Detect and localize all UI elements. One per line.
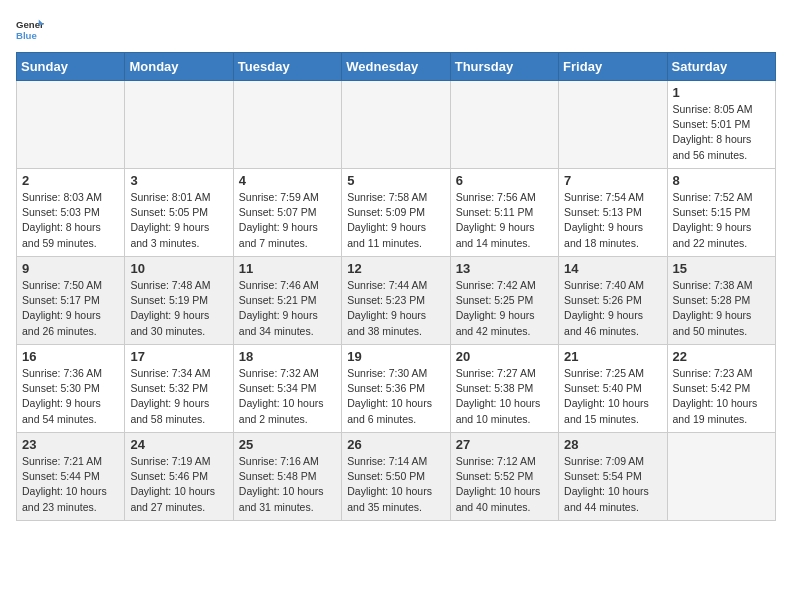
day-info: Sunrise: 7:50 AM Sunset: 5:17 PM Dayligh… [22, 278, 119, 339]
day-info: Sunrise: 7:40 AM Sunset: 5:26 PM Dayligh… [564, 278, 661, 339]
day-number: 24 [130, 437, 227, 452]
day-number: 12 [347, 261, 444, 276]
calendar-cell [17, 81, 125, 169]
svg-text:Blue: Blue [16, 30, 37, 41]
day-number: 27 [456, 437, 553, 452]
calendar-cell [125, 81, 233, 169]
day-number: 8 [673, 173, 770, 188]
day-number: 3 [130, 173, 227, 188]
day-info: Sunrise: 7:56 AM Sunset: 5:11 PM Dayligh… [456, 190, 553, 251]
calendar-cell: 23Sunrise: 7:21 AM Sunset: 5:44 PM Dayli… [17, 433, 125, 521]
day-number: 13 [456, 261, 553, 276]
calendar-cell: 6Sunrise: 7:56 AM Sunset: 5:11 PM Daylig… [450, 169, 558, 257]
week-row-1: 1Sunrise: 8:05 AM Sunset: 5:01 PM Daylig… [17, 81, 776, 169]
day-info: Sunrise: 7:54 AM Sunset: 5:13 PM Dayligh… [564, 190, 661, 251]
calendar-table: SundayMondayTuesdayWednesdayThursdayFrid… [16, 52, 776, 521]
day-number: 14 [564, 261, 661, 276]
day-number: 25 [239, 437, 336, 452]
day-info: Sunrise: 8:03 AM Sunset: 5:03 PM Dayligh… [22, 190, 119, 251]
week-row-4: 16Sunrise: 7:36 AM Sunset: 5:30 PM Dayli… [17, 345, 776, 433]
day-info: Sunrise: 7:32 AM Sunset: 5:34 PM Dayligh… [239, 366, 336, 427]
calendar-cell: 28Sunrise: 7:09 AM Sunset: 5:54 PM Dayli… [559, 433, 667, 521]
day-info: Sunrise: 8:01 AM Sunset: 5:05 PM Dayligh… [130, 190, 227, 251]
week-row-2: 2Sunrise: 8:03 AM Sunset: 5:03 PM Daylig… [17, 169, 776, 257]
day-number: 11 [239, 261, 336, 276]
calendar-cell: 20Sunrise: 7:27 AM Sunset: 5:38 PM Dayli… [450, 345, 558, 433]
day-number: 10 [130, 261, 227, 276]
calendar-cell: 13Sunrise: 7:42 AM Sunset: 5:25 PM Dayli… [450, 257, 558, 345]
day-info: Sunrise: 7:16 AM Sunset: 5:48 PM Dayligh… [239, 454, 336, 515]
calendar-cell: 16Sunrise: 7:36 AM Sunset: 5:30 PM Dayli… [17, 345, 125, 433]
day-info: Sunrise: 7:52 AM Sunset: 5:15 PM Dayligh… [673, 190, 770, 251]
day-number: 15 [673, 261, 770, 276]
day-number: 20 [456, 349, 553, 364]
day-number: 7 [564, 173, 661, 188]
calendar-cell: 26Sunrise: 7:14 AM Sunset: 5:50 PM Dayli… [342, 433, 450, 521]
weekday-header-thursday: Thursday [450, 53, 558, 81]
day-number: 26 [347, 437, 444, 452]
day-number: 17 [130, 349, 227, 364]
calendar-cell: 3Sunrise: 8:01 AM Sunset: 5:05 PM Daylig… [125, 169, 233, 257]
calendar-cell: 2Sunrise: 8:03 AM Sunset: 5:03 PM Daylig… [17, 169, 125, 257]
calendar-cell [667, 433, 775, 521]
day-info: Sunrise: 7:48 AM Sunset: 5:19 PM Dayligh… [130, 278, 227, 339]
day-info: Sunrise: 7:38 AM Sunset: 5:28 PM Dayligh… [673, 278, 770, 339]
day-number: 9 [22, 261, 119, 276]
weekday-header-saturday: Saturday [667, 53, 775, 81]
day-info: Sunrise: 7:25 AM Sunset: 5:40 PM Dayligh… [564, 366, 661, 427]
calendar-cell: 19Sunrise: 7:30 AM Sunset: 5:36 PM Dayli… [342, 345, 450, 433]
day-info: Sunrise: 8:05 AM Sunset: 5:01 PM Dayligh… [673, 102, 770, 163]
calendar-cell: 27Sunrise: 7:12 AM Sunset: 5:52 PM Dayli… [450, 433, 558, 521]
day-info: Sunrise: 7:59 AM Sunset: 5:07 PM Dayligh… [239, 190, 336, 251]
day-number: 5 [347, 173, 444, 188]
logo-icon: General Blue [16, 16, 44, 44]
day-info: Sunrise: 7:36 AM Sunset: 5:30 PM Dayligh… [22, 366, 119, 427]
day-number: 28 [564, 437, 661, 452]
day-number: 2 [22, 173, 119, 188]
calendar-cell: 4Sunrise: 7:59 AM Sunset: 5:07 PM Daylig… [233, 169, 341, 257]
weekday-header-wednesday: Wednesday [342, 53, 450, 81]
calendar-cell [450, 81, 558, 169]
day-info: Sunrise: 7:23 AM Sunset: 5:42 PM Dayligh… [673, 366, 770, 427]
day-number: 22 [673, 349, 770, 364]
calendar-cell: 22Sunrise: 7:23 AM Sunset: 5:42 PM Dayli… [667, 345, 775, 433]
calendar-cell [342, 81, 450, 169]
day-info: Sunrise: 7:58 AM Sunset: 5:09 PM Dayligh… [347, 190, 444, 251]
weekday-header-friday: Friday [559, 53, 667, 81]
day-info: Sunrise: 7:12 AM Sunset: 5:52 PM Dayligh… [456, 454, 553, 515]
day-info: Sunrise: 7:44 AM Sunset: 5:23 PM Dayligh… [347, 278, 444, 339]
calendar-cell: 25Sunrise: 7:16 AM Sunset: 5:48 PM Dayli… [233, 433, 341, 521]
calendar-cell: 9Sunrise: 7:50 AM Sunset: 5:17 PM Daylig… [17, 257, 125, 345]
day-number: 21 [564, 349, 661, 364]
calendar-cell [233, 81, 341, 169]
day-info: Sunrise: 7:46 AM Sunset: 5:21 PM Dayligh… [239, 278, 336, 339]
day-number: 1 [673, 85, 770, 100]
calendar-cell: 12Sunrise: 7:44 AM Sunset: 5:23 PM Dayli… [342, 257, 450, 345]
calendar-cell: 15Sunrise: 7:38 AM Sunset: 5:28 PM Dayli… [667, 257, 775, 345]
day-info: Sunrise: 7:27 AM Sunset: 5:38 PM Dayligh… [456, 366, 553, 427]
calendar-cell: 10Sunrise: 7:48 AM Sunset: 5:19 PM Dayli… [125, 257, 233, 345]
weekday-header-row: SundayMondayTuesdayWednesdayThursdayFrid… [17, 53, 776, 81]
day-number: 23 [22, 437, 119, 452]
day-info: Sunrise: 7:21 AM Sunset: 5:44 PM Dayligh… [22, 454, 119, 515]
logo: General Blue [16, 16, 44, 44]
weekday-header-monday: Monday [125, 53, 233, 81]
calendar-cell: 11Sunrise: 7:46 AM Sunset: 5:21 PM Dayli… [233, 257, 341, 345]
day-info: Sunrise: 7:14 AM Sunset: 5:50 PM Dayligh… [347, 454, 444, 515]
week-row-5: 23Sunrise: 7:21 AM Sunset: 5:44 PM Dayli… [17, 433, 776, 521]
day-info: Sunrise: 7:30 AM Sunset: 5:36 PM Dayligh… [347, 366, 444, 427]
weekday-header-sunday: Sunday [17, 53, 125, 81]
header: General Blue [16, 16, 776, 44]
day-info: Sunrise: 7:19 AM Sunset: 5:46 PM Dayligh… [130, 454, 227, 515]
day-number: 4 [239, 173, 336, 188]
calendar-cell: 1Sunrise: 8:05 AM Sunset: 5:01 PM Daylig… [667, 81, 775, 169]
day-info: Sunrise: 7:09 AM Sunset: 5:54 PM Dayligh… [564, 454, 661, 515]
calendar-cell: 21Sunrise: 7:25 AM Sunset: 5:40 PM Dayli… [559, 345, 667, 433]
day-number: 6 [456, 173, 553, 188]
day-info: Sunrise: 7:34 AM Sunset: 5:32 PM Dayligh… [130, 366, 227, 427]
day-number: 18 [239, 349, 336, 364]
day-number: 16 [22, 349, 119, 364]
calendar-cell: 17Sunrise: 7:34 AM Sunset: 5:32 PM Dayli… [125, 345, 233, 433]
day-number: 19 [347, 349, 444, 364]
calendar-cell: 8Sunrise: 7:52 AM Sunset: 5:15 PM Daylig… [667, 169, 775, 257]
